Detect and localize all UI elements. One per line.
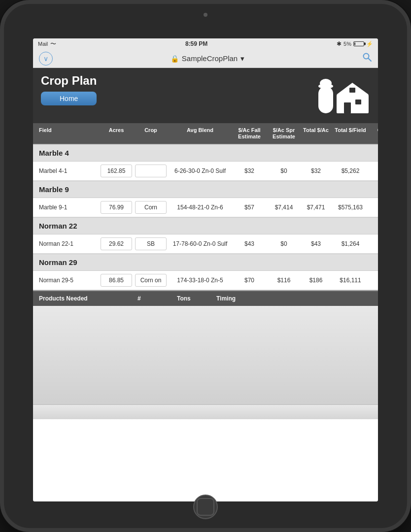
cell-fall-est: $32 xyxy=(232,166,267,176)
cell-avg-blend: 174-33-18-0 Zn-5 xyxy=(168,275,232,286)
carrier-label: Mail xyxy=(38,41,48,47)
col-header-total-field: Total $/Field xyxy=(331,126,370,141)
cell-crop: Corn on xyxy=(135,274,167,287)
cell-crop: SB xyxy=(135,237,167,250)
battery-icon xyxy=(353,41,364,46)
cell-field: Marbel 4-1 xyxy=(35,166,99,176)
status-bar: Mail 〜 8:59 PM ✱ 5% ⚡ xyxy=(33,38,378,49)
bottom-bar xyxy=(33,404,378,419)
home-hardware-button[interactable] xyxy=(193,495,218,519)
dropdown-arrow-icon: ▾ xyxy=(240,54,244,63)
products-col-timing: Timing xyxy=(216,295,315,302)
page-title: Crop Plan xyxy=(41,74,97,88)
cell-acres: 86.85 xyxy=(101,274,132,287)
status-right: ✱ 5% ⚡ xyxy=(337,40,373,47)
cell-info[interactable]: i xyxy=(370,236,378,251)
col-header-total-ac: Total $/Ac xyxy=(301,126,331,141)
svg-line-1 xyxy=(369,59,372,62)
products-header: Products Needed # Tons Timing xyxy=(33,290,378,306)
cell-spr-est: $116 xyxy=(267,275,301,286)
group-header-marble4: Marble 4 xyxy=(33,144,378,162)
svg-rect-4 xyxy=(320,79,332,88)
back-button[interactable]: ∨ xyxy=(39,52,53,66)
table-row: Norman 29-5 86.85 Corn on 174-33-18-0 Zn… xyxy=(33,271,378,290)
home-button-inner xyxy=(197,498,214,516)
cell-info[interactable]: i xyxy=(370,200,378,215)
search-button[interactable] xyxy=(362,52,372,65)
bluetooth-icon: ✱ xyxy=(337,40,342,47)
col-header-spr-est: $/Ac Spr Estimate xyxy=(267,126,301,141)
group-header-norman22: Norman 22 xyxy=(33,217,378,234)
farm-logo xyxy=(316,74,370,118)
cell-crop xyxy=(135,165,167,177)
svg-rect-5 xyxy=(337,95,369,113)
chevron-down-icon: ∨ xyxy=(43,55,48,63)
battery-percent: 5% xyxy=(343,41,351,47)
cell-field: Marble 9-1 xyxy=(35,202,99,213)
app-header: Crop Plan Home xyxy=(33,68,378,123)
table-row: Norman 22-1 29.62 SB 17-78-60-0 Zn-0 Sul… xyxy=(33,234,378,254)
nav-title-text: SampleCropPlan xyxy=(182,54,238,63)
cell-total-ac: $7,471 xyxy=(301,202,331,213)
svg-rect-2 xyxy=(318,86,333,113)
group-header-marble9: Marble 9 xyxy=(33,181,378,198)
cell-total-field: $5,262 xyxy=(331,166,370,176)
nav-bar: ∨ 🔒 SampleCropPlan ▾ xyxy=(33,49,378,68)
col-header-fall-est: $/Ac Fall Estimate xyxy=(232,126,267,141)
table-row: Marble 9-1 76.99 Corn 154-48-21-0 Zn-6 $… xyxy=(33,198,378,217)
cell-fall-est: $43 xyxy=(232,238,267,249)
products-col-needed: Products Needed xyxy=(39,295,137,302)
charging-icon: ⚡ xyxy=(366,41,373,47)
cell-info[interactable]: i xyxy=(370,164,378,178)
col-header-crop: Crop xyxy=(134,126,168,141)
cell-total-ac: $32 xyxy=(301,166,331,176)
cell-field: Norman 22-1 xyxy=(35,238,99,249)
col-header-acres: Acres xyxy=(99,126,134,141)
cell-total-ac: $186 xyxy=(301,275,331,286)
cell-spr-est: $0 xyxy=(267,166,301,176)
cell-avg-blend: 154-48-21-0 Zn-6 xyxy=(168,202,232,213)
svg-rect-9 xyxy=(349,88,355,93)
cell-acres: 162.85 xyxy=(101,165,132,177)
screen: Mail 〜 8:59 PM ✱ 5% ⚡ ∨ 🔒 SampleCropPlan… xyxy=(33,38,378,501)
cell-field: Norman 29-5 xyxy=(35,275,99,286)
products-col-hash: # xyxy=(137,295,177,302)
col-header-crop-rem: Crop Rem xyxy=(370,126,378,141)
nav-title: 🔒 SampleCropPlan ▾ xyxy=(171,54,244,63)
wifi-icon: 〜 xyxy=(50,40,56,48)
device-frame: Mail 〜 8:59 PM ✱ 5% ⚡ ∨ 🔒 SampleCropPlan… xyxy=(0,0,411,532)
lock-icon: 🔒 xyxy=(171,55,179,63)
cell-info[interactable]: i xyxy=(370,273,378,288)
column-headers: Field Acres Crop Avg Blend $/Ac Fall Est… xyxy=(33,123,378,144)
cell-total-field: $1,264 xyxy=(331,238,370,249)
cell-acres: 76.99 xyxy=(101,201,132,214)
svg-rect-7 xyxy=(344,102,351,113)
cell-fall-est: $57 xyxy=(232,202,267,213)
cell-total-field: $575,163 xyxy=(331,202,370,213)
status-time: 8:59 PM xyxy=(185,40,207,47)
status-left: Mail 〜 xyxy=(38,40,56,48)
cell-total-field: $16,111 xyxy=(331,275,370,286)
cell-spr-est: $0 xyxy=(267,238,301,249)
products-body xyxy=(33,306,378,404)
header-left: Crop Plan Home xyxy=(41,74,97,105)
col-header-avg-blend: Avg Blend xyxy=(168,126,232,141)
cell-avg-blend: 17-78-60-0 Zn-0 Sulf xyxy=(168,238,232,249)
svg-rect-8 xyxy=(355,100,361,104)
table-row: Marbel 4-1 162.85 6-26-30-0 Zn-0 Sulf $3… xyxy=(33,162,378,181)
group-header-norman29: Norman 29 xyxy=(33,254,378,271)
home-button[interactable]: Home xyxy=(41,92,97,105)
cell-acres: 29.62 xyxy=(101,237,132,250)
cell-total-ac: $43 xyxy=(301,238,331,249)
col-header-field: Field xyxy=(35,126,99,141)
cell-fall-est: $70 xyxy=(232,275,267,286)
cell-crop: Corn xyxy=(135,201,167,214)
cell-avg-blend: 6-26-30-0 Zn-0 Sulf xyxy=(168,166,232,176)
cell-spr-est: $7,414 xyxy=(267,202,301,213)
products-col-tons: Tons xyxy=(177,295,216,302)
table-container[interactable]: Field Acres Crop Avg Blend $/Ac Fall Est… xyxy=(33,123,378,501)
